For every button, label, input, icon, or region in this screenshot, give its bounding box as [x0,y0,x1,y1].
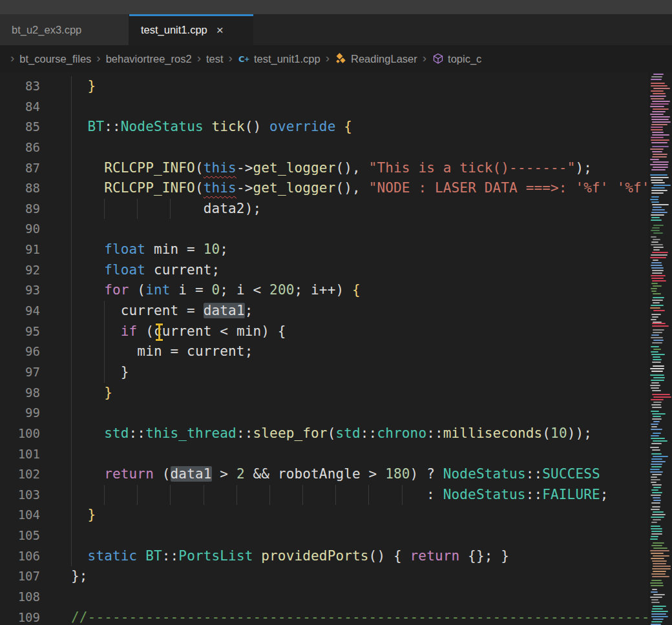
breadcrumb-item-test[interactable]: test [206,53,224,65]
line-number[interactable]: 107 [0,566,50,587]
line-number[interactable]: 108 [0,587,50,608]
line-number[interactable]: 105 [0,526,50,546]
code-token [71,466,104,482]
tab-bt-u2-ex3[interactable]: bt_u2_ex3.cpp [0,14,129,45]
code-line[interactable]: float min = 10; [71,240,649,260]
minimap-row [651,217,660,218]
minimap-row [651,438,665,439]
line-number[interactable]: 98 [0,383,50,404]
minimap-row [651,139,669,141]
code-token: 0 [212,282,220,298]
minimap-row [652,151,662,152]
minimap-row [653,377,665,378]
code-line[interactable]: //--------------------------------------… [71,608,649,625]
line-number[interactable]: 99 [0,403,50,424]
line-number[interactable]: 89 [0,199,50,220]
breadcrumb-item-test-unit1[interactable]: C+ test_unit1.cpp [238,53,320,65]
line-number[interactable]: 94 [0,301,50,322]
code-token: ( [195,160,204,176]
line-number[interactable]: 100 [0,424,50,444]
code-line[interactable]: std::this_thread::sleep_for(std::chrono:… [71,424,649,444]
code-token: this [204,180,236,196]
indent-guide [71,464,72,485]
line-number[interactable]: 106 [0,546,50,567]
indent-guide [71,158,72,179]
line-number[interactable]: 109 [0,608,50,625]
breadcrumb-item-readinglaser[interactable]: ReadingLaser [335,53,417,65]
code-line[interactable]: static BT::PortsList providedPorts() { r… [71,546,649,567]
minimap-row [652,121,671,123]
line-number[interactable]: 91 [0,240,50,260]
indent-guide [104,342,105,362]
line-number[interactable]: 83 [0,76,50,97]
code-token: ; i < [220,282,269,298]
code-token: //--------------------------------------… [71,610,649,625]
line-number[interactable]: 86 [0,138,50,158]
line-number[interactable]: 84 [0,97,50,118]
code-line[interactable] [71,403,649,424]
line-number[interactable]: 90 [0,219,50,240]
minimap-row [652,270,664,271]
line-number-gutter[interactable]: 8384858687888990919293949596979899100101… [0,72,50,625]
line-number[interactable]: 95 [0,322,50,342]
breadcrumb-item-behaviortree-ros2[interactable]: behaviortree_ros2 [106,53,192,65]
code-line[interactable]: min = current; [71,342,649,362]
code-line[interactable]: }; [71,566,649,587]
line-number[interactable]: 92 [0,260,50,281]
code-token: { [352,282,361,298]
close-icon[interactable]: × [216,24,224,36]
minimap-row [653,606,666,607]
code-line[interactable]: return (data1 > 2 && robotAngle > 180) ?… [71,464,649,485]
minimap-row [653,260,658,261]
code-token [71,262,104,278]
code-line[interactable] [71,526,649,546]
line-number[interactable]: 85 [0,117,50,138]
minimap-row [651,129,664,130]
code-line[interactable]: } [71,505,649,526]
code-line[interactable]: BT::NodeStatus tick() override { [71,117,649,138]
breadcrumb-item-topic[interactable]: topic_c [432,53,481,65]
line-number[interactable]: 88 [0,178,50,199]
code-editor[interactable]: 8384858687888990919293949596979899100101… [0,72,672,625]
code-line[interactable]: float current; [71,260,649,281]
minimap-row [651,599,659,600]
code-line[interactable]: : NodeStatus::FAILURE; [71,485,649,506]
minimap-row [652,227,660,229]
line-number[interactable]: 103 [0,485,50,506]
code-token: ( [154,466,171,482]
code-token [71,548,88,564]
code-line[interactable]: if (current < min) { [71,322,649,342]
code-line[interactable]: RCLCPP_INFO(this->get_logger(), "NODE : … [71,178,649,199]
line-number[interactable]: 102 [0,464,50,485]
code-line[interactable]: } [71,383,649,404]
line-number[interactable]: 96 [0,342,50,362]
breadcrumb-item-bt-course-files[interactable]: bt_course_files [19,53,91,65]
code-line[interactable]: for (int i = 0; i < 200; i++) { [71,280,649,301]
line-number[interactable]: 101 [0,444,50,465]
code-area[interactable]: } BT::NodeStatus tick() override { RCLCP… [50,72,649,625]
code-token [71,78,88,94]
minimap[interactable] [649,72,672,625]
code-token: if [121,323,138,339]
minimap-row [651,190,667,191]
tab-test-unit1[interactable]: test_unit1.cpp × [129,14,253,45]
code-line[interactable] [71,97,649,118]
line-number[interactable]: 93 [0,280,50,301]
minimap-row [652,325,669,327]
minimap-row [651,591,658,593]
code-line[interactable] [71,587,649,608]
editor-tab-bar: bt_u2_ex3.cpp test_unit1.cpp × [0,14,672,45]
line-number[interactable]: 104 [0,505,50,526]
code-line[interactable] [71,138,649,158]
code-line[interactable]: data2); [71,199,649,220]
line-number[interactable]: 87 [0,158,50,179]
code-line[interactable] [71,219,649,240]
line-number[interactable]: 97 [0,362,50,383]
code-line[interactable]: } [71,362,649,383]
code-line[interactable]: RCLCPP_INFO(this->get_logger(), "This is… [71,158,649,179]
code-line[interactable]: } [71,76,649,97]
minimap-row [653,293,661,294]
code-line[interactable]: current = data1; [71,301,649,322]
code-line[interactable] [71,444,649,465]
minimap-row [653,185,671,186]
